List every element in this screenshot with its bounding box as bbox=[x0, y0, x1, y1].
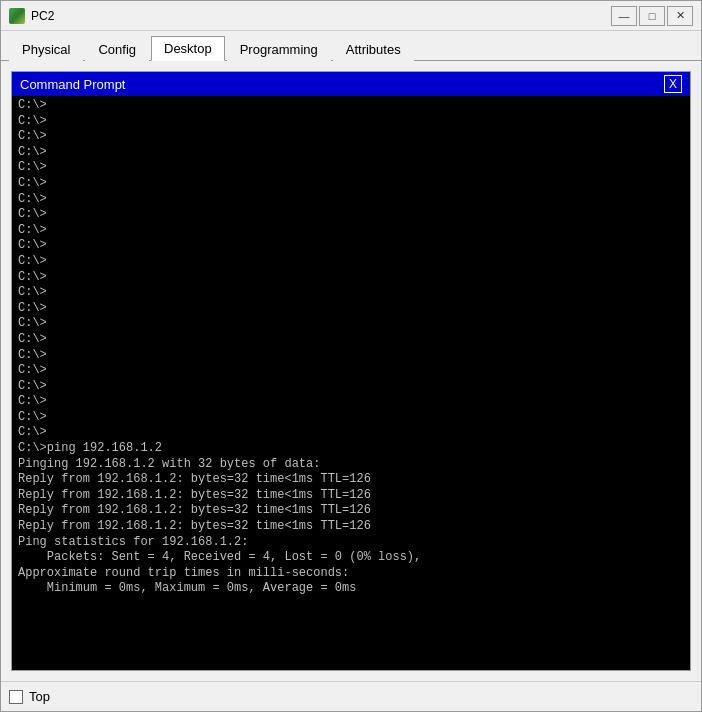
cmd-line: C:\> bbox=[18, 238, 684, 254]
bottom-bar: Top bbox=[1, 681, 701, 711]
cmd-line: C:\> bbox=[18, 425, 684, 441]
maximize-button[interactable]: □ bbox=[639, 6, 665, 26]
cmd-line: Ping statistics for 192.168.1.2: bbox=[18, 535, 684, 551]
cmd-line: Reply from 192.168.1.2: bytes=32 time<1m… bbox=[18, 503, 684, 519]
top-label: Top bbox=[29, 689, 50, 704]
cmd-line: C:\> bbox=[18, 98, 684, 114]
cmd-line: C:\> bbox=[18, 410, 684, 426]
title-bar-left: PC2 bbox=[9, 8, 54, 24]
tabs-bar: Physical Config Desktop Programming Attr… bbox=[1, 31, 701, 61]
cmd-line: C:\> bbox=[18, 363, 684, 379]
minimize-button[interactable]: — bbox=[611, 6, 637, 26]
cmd-line: C:\> bbox=[18, 160, 684, 176]
cmd-line: C:\> bbox=[18, 145, 684, 161]
cmd-line: C:\> bbox=[18, 394, 684, 410]
tab-physical[interactable]: Physical bbox=[9, 37, 83, 61]
cmd-line: Approximate round trip times in milli-se… bbox=[18, 566, 684, 582]
tab-attributes[interactable]: Attributes bbox=[333, 37, 414, 61]
cmd-line: Pinging 192.168.1.2 with 32 bytes of dat… bbox=[18, 457, 684, 473]
main-content: Command Prompt X C:\>C:\>C:\>C:\>C:\>C:\… bbox=[1, 61, 701, 681]
cmd-line: C:\> bbox=[18, 270, 684, 286]
cmd-line: C:\> bbox=[18, 379, 684, 395]
cmd-close-button[interactable]: X bbox=[664, 75, 682, 93]
title-bar: PC2 — □ ✕ bbox=[1, 1, 701, 31]
cmd-line: C:\> bbox=[18, 176, 684, 192]
tab-config[interactable]: Config bbox=[85, 37, 149, 61]
cmd-title-bar: Command Prompt X bbox=[12, 72, 690, 96]
cmd-line: Reply from 192.168.1.2: bytes=32 time<1m… bbox=[18, 488, 684, 504]
main-window: PC2 — □ ✕ Physical Config Desktop Progra… bbox=[0, 0, 702, 712]
cmd-line: C:\> bbox=[18, 348, 684, 364]
cmd-line: Minimum = 0ms, Maximum = 0ms, Average = … bbox=[18, 581, 684, 597]
cmd-line: C:\> bbox=[18, 285, 684, 301]
app-icon bbox=[9, 8, 25, 24]
cmd-line: C:\> bbox=[18, 207, 684, 223]
cmd-line: C:\> bbox=[18, 254, 684, 270]
close-button[interactable]: ✕ bbox=[667, 6, 693, 26]
cmd-line: C:\> bbox=[18, 114, 684, 130]
top-checkbox[interactable] bbox=[9, 690, 23, 704]
cmd-line: C:\> bbox=[18, 316, 684, 332]
cmd-line: C:\> bbox=[18, 301, 684, 317]
cmd-line: C:\> bbox=[18, 192, 684, 208]
cmd-line: C:\>ping 192.168.1.2 bbox=[18, 441, 684, 457]
title-bar-controls: — □ ✕ bbox=[611, 6, 693, 26]
cmd-line: C:\> bbox=[18, 332, 684, 348]
cmd-line: Packets: Sent = 4, Received = 4, Lost = … bbox=[18, 550, 684, 566]
cmd-line: C:\> bbox=[18, 129, 684, 145]
window-title: PC2 bbox=[31, 9, 54, 23]
cmd-window: Command Prompt X C:\>C:\>C:\>C:\>C:\>C:\… bbox=[11, 71, 691, 671]
cmd-body[interactable]: C:\>C:\>C:\>C:\>C:\>C:\>C:\>C:\>C:\>C:\>… bbox=[12, 96, 690, 670]
cmd-line: C:\> bbox=[18, 223, 684, 239]
cmd-line: Reply from 192.168.1.2: bytes=32 time<1m… bbox=[18, 472, 684, 488]
cmd-title: Command Prompt bbox=[20, 77, 125, 92]
cmd-line: Reply from 192.168.1.2: bytes=32 time<1m… bbox=[18, 519, 684, 535]
tab-programming[interactable]: Programming bbox=[227, 37, 331, 61]
tab-desktop[interactable]: Desktop bbox=[151, 36, 225, 61]
